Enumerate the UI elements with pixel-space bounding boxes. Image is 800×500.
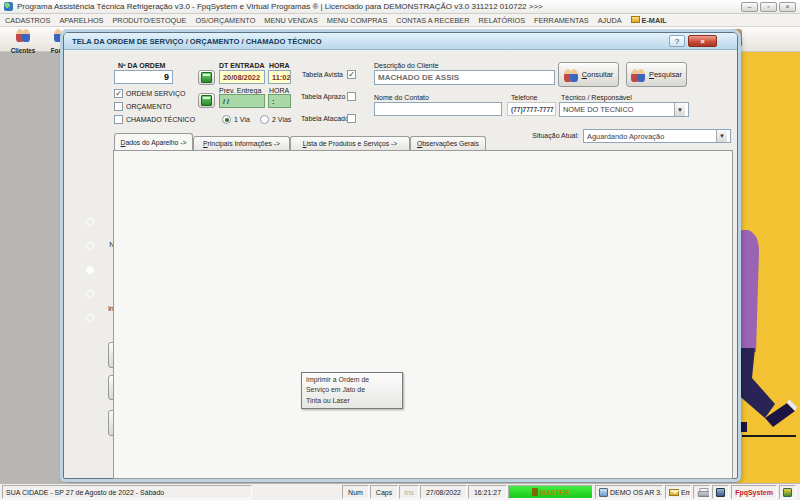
email-icon — [631, 16, 640, 23]
tecnico-label: Técnico / Responsável — [561, 94, 632, 101]
menu-email[interactable]: E-MAIL — [631, 16, 667, 25]
dialog-close-button[interactable]: × — [688, 35, 717, 47]
ordem-servico-label: ORDEM SERVIÇO — [126, 90, 185, 97]
pesquisar-button[interactable]: Pesquisar — [626, 62, 687, 87]
dt-entrada-field[interactable]: 20/08/2022 — [219, 70, 265, 84]
cliente-field[interactable]: MACHADO DE ASSIS — [374, 70, 555, 85]
tab-panel-dados-aparelho — [113, 150, 733, 479]
maximize-button[interactable]: ▫ — [760, 2, 777, 12]
date-picker-button-2[interactable] — [198, 93, 215, 108]
dialog-help-button[interactable]: ? — [669, 35, 685, 47]
order-number-label: Nº DA ORDEM — [118, 62, 165, 69]
minimize-button[interactable]: – — [741, 2, 758, 12]
dialog-title: TELA DA ORDEM DE SERVIÇO / ORÇAMENTO / C… — [72, 37, 322, 46]
status-master-badge: MASTER — [508, 485, 593, 499]
chamado-tecnico-checkbox[interactable] — [114, 115, 123, 124]
consultar-button[interactable]: Consultar — [558, 62, 619, 87]
dt-entrada-label: DT ENTRADA — [219, 62, 265, 69]
ordem-servico-checkbox[interactable]: ✓ — [114, 89, 123, 98]
decor-dot — [86, 266, 94, 274]
contato-field[interactable] — [374, 102, 502, 116]
status-demo: DEMO OS AR 3.0 — [595, 485, 663, 499]
tab-lista-produtos-servicos[interactable]: Lista de Produtos e Serviços -> — [290, 136, 410, 150]
telefone-field[interactable]: (77)7777-7777 — [507, 102, 556, 116]
print-tooltip: Imprimir a Ordem de Serviço em Jato de T… — [301, 372, 403, 409]
prev-hora-field[interactable]: : — [268, 94, 291, 108]
app-icon — [4, 2, 13, 11]
status-printer-button[interactable] — [693, 485, 710, 499]
status-time: 16:21:27 — [468, 485, 507, 499]
search-people-icon — [631, 68, 645, 82]
menu-os-orcamento[interactable]: OS/ORÇAMENTO — [195, 16, 255, 25]
tabela-atacado-checkbox[interactable] — [347, 114, 356, 123]
menubar: CADASTROS APARELHOS PRODUTO/ESTOQUE OS/O… — [0, 14, 800, 27]
calendar-icon — [201, 95, 212, 106]
via2-radio[interactable] — [260, 115, 269, 124]
service-order-dialog: TELA DA ORDEM DE SERVIÇO / ORÇAMENTO / C… — [63, 32, 738, 479]
via1-label: 1 Via — [234, 116, 250, 123]
statusbar: SUA CIDADE - SP 27 de Agosto de 2022 - S… — [0, 483, 800, 500]
situacao-label: Situação Atual: — [524, 132, 579, 139]
menu-relatorios[interactable]: RELATÓRIOS — [479, 16, 526, 25]
system-icon — [599, 488, 608, 497]
tecnico-combo[interactable]: NOME DO TECNICO▼ — [559, 102, 689, 117]
tabela-aprazo-checkbox[interactable] — [347, 92, 356, 101]
status-brand-button[interactable]: FpqSystem — [731, 485, 777, 499]
tabela-avista-checkbox[interactable]: ✓ — [347, 70, 356, 79]
toolbar-clientes[interactable]: Clientes — [4, 28, 42, 54]
menu-ferramentas[interactable]: FERRAMENTAS — [534, 16, 589, 25]
tab-dados-aparelho[interactable]: Dados do Aparelho -> — [114, 133, 193, 150]
tab-principais-informacoes[interactable]: Principais Informações -> — [193, 136, 290, 150]
dialog-titlebar[interactable]: TELA DA ORDEM DE SERVIÇO / ORÇAMENTO / C… — [64, 33, 737, 50]
app-badge-icon — [783, 488, 792, 497]
main-title: Programa Assistência Técnica Refrigeraçã… — [17, 2, 543, 11]
menu-aparelhos[interactable]: APARELHOS — [59, 16, 103, 25]
chevron-down-icon[interactable]: ▼ — [716, 130, 727, 142]
status-email-button[interactable]: Email — [665, 485, 691, 499]
menu-ajuda[interactable]: AJUDA — [598, 16, 622, 25]
tabela-avista-label: Tabela Avista — [301, 71, 343, 78]
prev-hora-label: HORA — [269, 87, 289, 94]
telefone-label: Telefone — [511, 94, 537, 101]
printer-icon — [698, 488, 705, 497]
via2-label: 2 Vias — [272, 116, 291, 123]
orcamento-checkbox[interactable] — [114, 102, 123, 111]
menu-produto-estoque[interactable]: PRODUTO/ESTOQUE — [113, 16, 187, 25]
status-location: SUA CIDADE - SP 27 de Agosto de 2022 - S… — [2, 485, 252, 499]
chamado-tecnico-label: CHAMADO TÉCNICO — [126, 116, 195, 123]
status-ins: Ins — [399, 485, 419, 499]
tabela-atacado-label: Tabela Atacado — [301, 115, 343, 122]
contato-label: Nome do Contato — [374, 94, 429, 101]
network-icon — [716, 488, 725, 497]
main-titlebar: Programa Assistência Técnica Refrigeraçã… — [0, 0, 800, 14]
calendar-icon — [201, 72, 212, 83]
status-caps: Caps — [370, 485, 398, 499]
decor-dot — [86, 314, 94, 322]
situacao-combo[interactable]: Aguardando Aprovação▼ — [583, 129, 731, 143]
close-button[interactable]: × — [779, 2, 796, 12]
decor-dot — [86, 218, 94, 226]
menu-cadastros[interactable]: CADASTROS — [5, 16, 50, 25]
cliente-label: Descrição do Cliente — [374, 62, 439, 69]
via1-radio[interactable] — [222, 115, 231, 124]
clients-icon — [16, 28, 30, 42]
status-num: Num — [342, 485, 369, 499]
status-app-button[interactable] — [779, 485, 796, 499]
tabela-aprazo-label: Tabela Aprazo — [301, 93, 343, 100]
tab-observacoes-gerais[interactable]: Observações Gerais — [410, 136, 486, 150]
hora-label: HORA — [269, 62, 290, 69]
date-picker-button[interactable] — [198, 70, 215, 85]
prev-entrega-field[interactable]: / / — [219, 94, 265, 108]
menu-contas-receber[interactable]: CONTAS A RECEBER — [396, 16, 469, 25]
menu-vendas[interactable]: MENU VENDAS — [264, 16, 318, 25]
status-network-button[interactable] — [712, 485, 729, 499]
chevron-down-icon[interactable]: ▼ — [674, 103, 685, 116]
decor-dot — [86, 290, 94, 298]
order-number-field[interactable]: 9 — [114, 70, 173, 84]
prev-entrega-label: Prev. Entrega — [219, 87, 261, 94]
menu-compras[interactable]: MENU COMPRAS — [327, 16, 387, 25]
hora-field[interactable]: 11:02 — [268, 70, 291, 84]
status-date: 27/08/2022 — [420, 485, 467, 499]
decor-dot — [86, 242, 94, 250]
desktop-wallpaper-person — [738, 52, 800, 483]
